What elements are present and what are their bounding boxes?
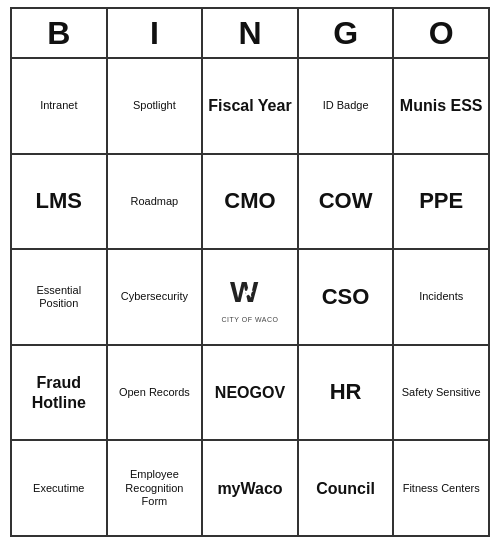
city-waco-logo: W ★ CITY OF WACO [222, 270, 279, 324]
bingo-row-0: IntranetSpotlightFiscal YearID BadgeMuni… [12, 59, 488, 155]
bingo-cell-2-0[interactable]: Essential Position [12, 250, 108, 344]
bingo-cell-0-1[interactable]: Spotlight [108, 59, 204, 153]
bingo-cell-1-2[interactable]: CMO [203, 155, 299, 249]
bingo-cell-1-1[interactable]: Roadmap [108, 155, 204, 249]
header-n: N [203, 9, 299, 57]
bingo-row-1: LMSRoadmapCMOCOWPPE [12, 155, 488, 251]
header-i: I [108, 9, 204, 57]
bingo-cell-3-4[interactable]: Safety Sensitive [394, 346, 488, 440]
bingo-cell-2-4[interactable]: Incidents [394, 250, 488, 344]
bingo-cell-0-0[interactable]: Intranet [12, 59, 108, 153]
bingo-cell-2-3[interactable]: CSO [299, 250, 395, 344]
bingo-body: IntranetSpotlightFiscal YearID BadgeMuni… [12, 59, 488, 535]
bingo-cell-0-2[interactable]: Fiscal Year [203, 59, 299, 153]
bingo-cell-3-3[interactable]: HR [299, 346, 395, 440]
header-g: G [299, 9, 395, 57]
waco-text: CITY OF WACO [222, 316, 279, 324]
bingo-cell-4-0[interactable]: Executime [12, 441, 108, 535]
bingo-cell-1-0[interactable]: LMS [12, 155, 108, 249]
bingo-row-3: Fraud HotlineOpen RecordsNEOGOVHRSafety … [12, 346, 488, 442]
bingo-cell-0-3[interactable]: ID Badge [299, 59, 395, 153]
bingo-row-2: Essential PositionCybersecurity W ★ CITY… [12, 250, 488, 346]
bingo-cell-3-0[interactable]: Fraud Hotline [12, 346, 108, 440]
bingo-cell-4-1[interactable]: Employee Recognition Form [108, 441, 204, 535]
bingo-cell-1-4[interactable]: PPE [394, 155, 488, 249]
waco-svg: W ★ [225, 270, 275, 315]
bingo-cell-3-2[interactable]: NEOGOV [203, 346, 299, 440]
bingo-cell-4-4[interactable]: Fitness Centers [394, 441, 488, 535]
bingo-cell-2-2[interactable]: W ★ CITY OF WACO [203, 250, 299, 344]
bingo-cell-3-1[interactable]: Open Records [108, 346, 204, 440]
bingo-header: B I N G O [12, 9, 488, 59]
bingo-card: B I N G O IntranetSpotlightFiscal YearID… [10, 7, 490, 537]
bingo-row-4: ExecutimeEmployee Recognition FormmyWaco… [12, 441, 488, 535]
header-b: B [12, 9, 108, 57]
bingo-cell-4-3[interactable]: Council [299, 441, 395, 535]
bingo-cell-0-4[interactable]: Munis ESS [394, 59, 488, 153]
bingo-cell-4-2[interactable]: myWaco [203, 441, 299, 535]
bingo-cell-2-1[interactable]: Cybersecurity [108, 250, 204, 344]
header-o: O [394, 9, 488, 57]
bingo-cell-1-3[interactable]: COW [299, 155, 395, 249]
svg-text:★: ★ [242, 284, 255, 300]
